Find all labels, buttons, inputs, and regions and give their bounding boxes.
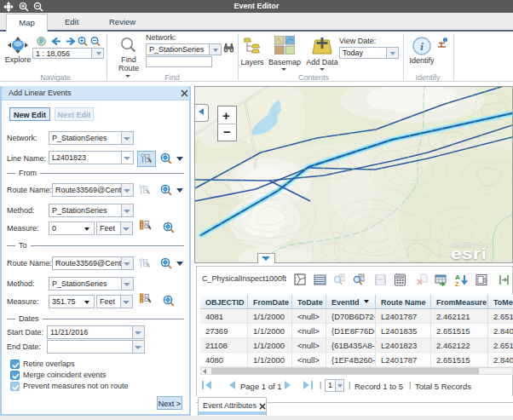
svg-text:i: i bbox=[420, 40, 424, 53]
svg-text:Z: Z bbox=[455, 280, 459, 287]
